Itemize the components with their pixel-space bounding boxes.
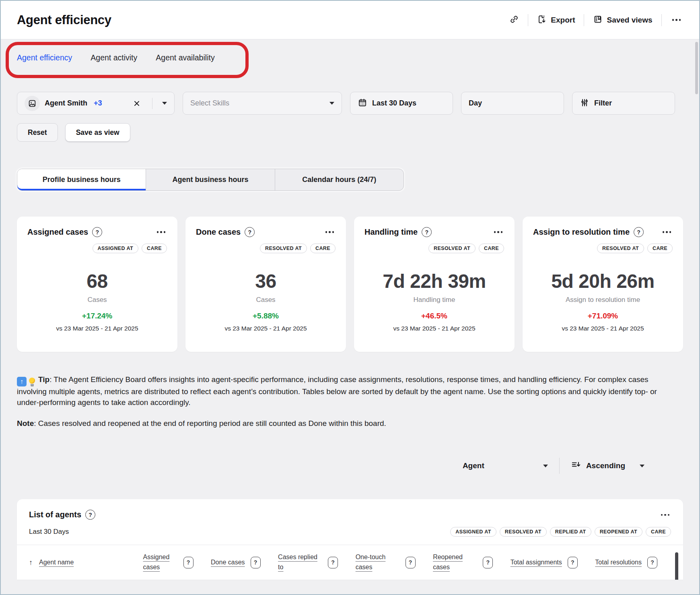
tab-agent-efficiency[interactable]: Agent efficiency [17, 53, 72, 62]
note-label: Note [17, 419, 34, 428]
card-menu-button[interactable] [324, 229, 336, 235]
tab-agent-availability[interactable]: Agent availability [156, 53, 214, 62]
column-total-assignments[interactable]: Total assignments ? [511, 557, 578, 568]
skills-placeholder: Select Skills [190, 99, 229, 107]
sort-direction-selector[interactable]: Ascending [571, 460, 644, 472]
help-icon[interactable]: ? [183, 557, 194, 568]
board-tabs-zone: Agent efficiency Agent activity Agent av… [1, 39, 699, 81]
card-menu-button[interactable] [492, 229, 504, 235]
hours-mode-tabs: Profile business hours Agent business ho… [17, 169, 404, 191]
divider [528, 14, 528, 26]
copy-link-button[interactable] [509, 14, 519, 25]
clear-agent-filter-icon[interactable] [131, 98, 142, 109]
card-title: Handling time [364, 227, 418, 237]
filter-actions: Reset Save as view [17, 123, 683, 142]
column-cases-replied-to[interactable]: Cases replied to ? [278, 552, 338, 572]
timestamp-mode-badge: ASSIGNED AT [93, 244, 138, 253]
help-icon[interactable]: ? [406, 557, 416, 568]
metric-value: 7d 22h 39m [364, 270, 504, 292]
granularity-selector[interactable]: Day [461, 92, 564, 115]
column-label: Assigned cases [143, 552, 178, 572]
sort-field-value: Agent [463, 461, 484, 470]
tip-paragraph: ↑Tip: The Agent Efficiency Board offers … [17, 374, 677, 408]
top-bar: Agent efficiency Export [1, 1, 699, 39]
sort-field-selector[interactable]: Agent [463, 461, 548, 470]
help-icon[interactable]: ? [245, 227, 255, 237]
sort-direction-value: Ascending [586, 461, 625, 470]
lightbulb-emoji [29, 378, 35, 386]
tab-profile-business-hours[interactable]: Profile business hours [17, 169, 146, 190]
reset-button[interactable]: Reset [17, 123, 58, 142]
metric-compare-period: vs 23 Mar 2025 - 21 Apr 2025 [533, 325, 673, 332]
card-title: Done cases [196, 227, 241, 237]
export-button[interactable]: Export [537, 14, 575, 25]
filter-label: Filter [594, 99, 612, 107]
tab-calendar-hours[interactable]: Calendar hours (24/7) [275, 169, 404, 190]
column-one-touch-cases[interactable]: One-touch cases ? [356, 552, 416, 572]
column-reopened-cases[interactable]: Reopened cases ? [433, 552, 493, 572]
saved-views-button[interactable]: Saved views [593, 14, 652, 25]
column-label: One-touch cases [356, 552, 400, 572]
table-menu-button[interactable] [659, 512, 671, 518]
help-icon[interactable]: ? [647, 557, 657, 568]
chevron-down-icon[interactable] [162, 102, 167, 105]
chevron-down-icon [329, 102, 334, 105]
metric-unit: Cases [196, 296, 336, 304]
column-assigned-cases[interactable]: Assigned cases ? [143, 552, 194, 572]
column-done-cases[interactable]: Done cases ? [211, 557, 261, 568]
help-icon[interactable]: ? [483, 557, 493, 568]
help-icon[interactable]: ? [568, 557, 578, 568]
column-label: Agent name [39, 558, 74, 568]
agent-filter-chip[interactable]: Agent Smith +3 [17, 92, 175, 115]
column-agent-name[interactable]: ↑ Agent name [29, 558, 126, 568]
divider [559, 458, 560, 474]
card-menu-button[interactable] [661, 229, 673, 235]
note-text: : Cases resolved and reopened at the end… [34, 419, 386, 428]
timestamp-mode-badge: REPLIED AT [550, 527, 591, 537]
help-icon[interactable]: ? [634, 227, 644, 237]
main-content: Agent Smith +3 Select Skills Last 30 Da [1, 92, 699, 580]
board-tabs: Agent efficiency Agent activity Agent av… [17, 39, 683, 62]
page-title: Agent efficiency [17, 13, 111, 27]
channel-badge: CARE [647, 244, 673, 253]
column-total-resolutions[interactable]: Total resolutions ? [595, 557, 657, 568]
metric-change: +71.09% [533, 312, 673, 320]
column-label: Done cases [211, 558, 245, 568]
help-icon[interactable]: ? [422, 227, 432, 237]
timestamp-mode-badge: ASSIGNED AT [450, 527, 496, 537]
divider [152, 98, 152, 109]
metric-change: +46.5% [364, 312, 504, 320]
table-title: List of agents [29, 510, 81, 519]
divider [661, 14, 662, 26]
metric-value: 68 [27, 270, 167, 292]
skills-select[interactable]: Select Skills [183, 92, 342, 115]
more-options-button[interactable] [671, 17, 683, 23]
help-icon[interactable]: ? [251, 557, 261, 568]
page-scrollbar-thumb[interactable] [695, 42, 698, 94]
card-menu-button[interactable] [155, 229, 167, 235]
tip-label: Tip [38, 375, 49, 384]
card-handling-time: Handling time ? RESOLVED AT CARE 7d 22h … [354, 217, 515, 352]
help-icon[interactable]: ? [328, 557, 338, 568]
agent-filter-value: Agent Smith [45, 99, 87, 107]
save-as-view-button[interactable]: Save as view [65, 123, 130, 142]
tab-agent-activity[interactable]: Agent activity [91, 53, 137, 62]
card-done-cases: Done cases ? RESOLVED AT CARE 36 Cases +… [185, 217, 346, 352]
table-scrollbar-thumb[interactable] [675, 552, 678, 580]
tab-agent-business-hours[interactable]: Agent business hours [146, 169, 274, 190]
column-label: Total resolutions [595, 558, 642, 568]
chevron-down-icon [543, 465, 548, 467]
sliders-icon [580, 98, 589, 109]
tip-text: : The Agent Efficiency Board offers insi… [17, 375, 657, 407]
filter-button[interactable]: Filter [572, 92, 675, 115]
table-sort-controls: Agent Ascending [17, 458, 683, 474]
date-range-selector[interactable]: Last 30 Days [350, 92, 453, 115]
channel-badge: CARE [646, 527, 671, 537]
help-icon[interactable]: ? [85, 510, 95, 520]
metric-unit: Cases [27, 296, 167, 304]
agent-extra-count-badge: +3 [94, 99, 102, 107]
timestamp-mode-badge: RESOLVED AT [260, 244, 307, 253]
help-icon[interactable]: ? [92, 227, 102, 237]
avatar [25, 96, 40, 111]
saved-views-label: Saved views [607, 16, 652, 25]
